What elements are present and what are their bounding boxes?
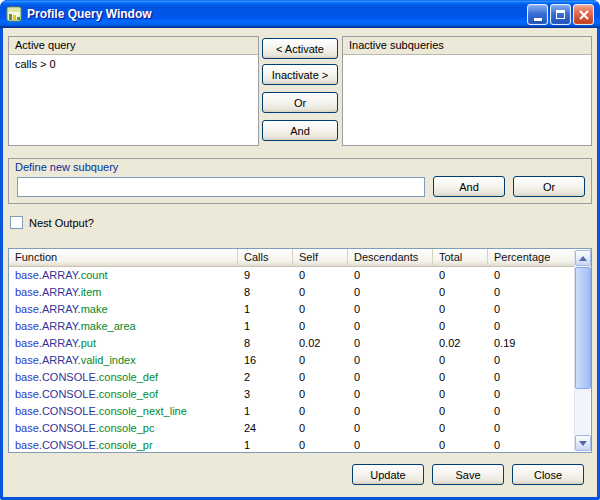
activate-button[interactable]: < Activate bbox=[262, 38, 338, 59]
close-button[interactable] bbox=[573, 4, 594, 25]
value-cell: 0 bbox=[488, 437, 575, 452]
column-header-function[interactable]: Function bbox=[9, 249, 238, 267]
value-cell: 0 bbox=[293, 386, 348, 403]
inactivate-button[interactable]: Inactivate > bbox=[262, 64, 338, 85]
inactive-subqueries-list[interactable] bbox=[343, 54, 591, 145]
function-cell: base.ARRAY.count bbox=[9, 267, 238, 284]
column-header-descendants[interactable]: Descendants bbox=[348, 249, 433, 267]
value-cell: 0 bbox=[348, 318, 433, 335]
subquery-and-button[interactable]: And bbox=[433, 176, 505, 197]
scroll-down-button[interactable] bbox=[575, 435, 591, 451]
and-button[interactable]: And bbox=[262, 120, 338, 141]
table-row[interactable]: base.CONSOLE.console_pc240000 bbox=[9, 420, 575, 437]
close-dialog-button[interactable]: Close bbox=[512, 464, 584, 485]
or-button[interactable]: Or bbox=[262, 92, 338, 113]
minimize-button[interactable] bbox=[527, 4, 548, 25]
value-cell: 0 bbox=[348, 403, 433, 420]
value-cell: 0 bbox=[348, 284, 433, 301]
table-row[interactable]: base.CONSOLE.console_def20000 bbox=[9, 369, 575, 386]
value-cell: 0 bbox=[348, 420, 433, 437]
value-cell: 0 bbox=[433, 318, 488, 335]
value-cell: 8 bbox=[238, 284, 293, 301]
value-cell: 0 bbox=[488, 301, 575, 318]
table-row[interactable]: base.CONSOLE.console_pr10000 bbox=[9, 437, 575, 452]
value-cell: 0 bbox=[293, 369, 348, 386]
value-cell: 0 bbox=[433, 403, 488, 420]
value-cell: 0 bbox=[488, 318, 575, 335]
value-cell: 0 bbox=[433, 267, 488, 284]
value-cell: 0.02 bbox=[293, 335, 348, 352]
value-cell: 24 bbox=[238, 420, 293, 437]
value-cell: 0 bbox=[293, 403, 348, 420]
column-header-total[interactable]: Total bbox=[433, 249, 488, 267]
update-button[interactable]: Update bbox=[352, 464, 424, 485]
value-cell: 0 bbox=[348, 386, 433, 403]
value-cell: 0 bbox=[433, 369, 488, 386]
active-query-item[interactable]: calls > 0 bbox=[15, 58, 56, 70]
function-cell: base.ARRAY.valid_index bbox=[9, 352, 238, 369]
value-cell: 0 bbox=[488, 420, 575, 437]
table-row[interactable]: base.CONSOLE.console_next_line10000 bbox=[9, 403, 575, 420]
window-title: Profile Query Window bbox=[27, 7, 152, 21]
value-cell: 2 bbox=[238, 369, 293, 386]
subquery-input[interactable] bbox=[17, 177, 425, 197]
nest-output-label: Nest Output? bbox=[29, 217, 94, 229]
column-header-self[interactable]: Self bbox=[293, 249, 348, 267]
value-cell: 0 bbox=[293, 318, 348, 335]
value-cell: 8 bbox=[238, 335, 293, 352]
table-row[interactable]: base.ARRAY.put80.0200.020.19 bbox=[9, 335, 575, 352]
function-cell: base.CONSOLE.console_def bbox=[9, 369, 238, 386]
value-cell: 0 bbox=[433, 437, 488, 452]
app-icon bbox=[6, 6, 22, 22]
value-cell: 1 bbox=[238, 437, 293, 452]
define-subquery-group: Define new subquery And Or bbox=[8, 158, 592, 204]
title-bar[interactable]: Profile Query Window bbox=[0, 0, 600, 28]
column-header-calls[interactable]: Calls bbox=[238, 249, 293, 267]
function-cell: base.CONSOLE.console_pc bbox=[9, 420, 238, 437]
inactive-subqueries-label: Inactive subqueries bbox=[343, 37, 591, 53]
function-cell: base.ARRAY.item bbox=[9, 284, 238, 301]
vertical-scrollbar[interactable] bbox=[574, 250, 590, 451]
maximize-button[interactable] bbox=[550, 4, 571, 25]
function-cell: base.ARRAY.put bbox=[9, 335, 238, 352]
value-cell: 1 bbox=[238, 403, 293, 420]
value-cell: 1 bbox=[238, 301, 293, 318]
table-row[interactable]: base.ARRAY.count90000 bbox=[9, 267, 575, 284]
value-cell: 9 bbox=[238, 267, 293, 284]
table-row[interactable]: base.ARRAY.valid_index160000 bbox=[9, 352, 575, 369]
value-cell: 3 bbox=[238, 386, 293, 403]
scrollbar-thumb[interactable] bbox=[575, 267, 591, 389]
table-row[interactable]: base.ARRAY.item80000 bbox=[9, 284, 575, 301]
function-cell: base.ARRAY.make_area bbox=[9, 318, 238, 335]
profile-results-table: FunctionCallsSelfDescendantsTotalPercent… bbox=[8, 248, 592, 453]
value-cell: 0 bbox=[488, 284, 575, 301]
value-cell: 0 bbox=[488, 267, 575, 284]
function-cell: base.CONSOLE.console_pr bbox=[9, 437, 238, 452]
value-cell: 0 bbox=[348, 267, 433, 284]
value-cell: 0.02 bbox=[433, 335, 488, 352]
table-row[interactable]: base.ARRAY.make_area10000 bbox=[9, 318, 575, 335]
minimize-icon bbox=[534, 18, 542, 21]
value-cell: 0 bbox=[293, 301, 348, 318]
value-cell: 0 bbox=[348, 335, 433, 352]
value-cell: 0 bbox=[348, 301, 433, 318]
value-cell: 0 bbox=[348, 369, 433, 386]
active-query-list[interactable]: calls > 0 bbox=[9, 54, 258, 145]
table-row[interactable]: base.CONSOLE.console_eof30000 bbox=[9, 386, 575, 403]
table-row[interactable]: base.ARRAY.make10000 bbox=[9, 301, 575, 318]
value-cell: 0 bbox=[433, 301, 488, 318]
arrow-up-icon bbox=[579, 256, 587, 261]
value-cell: 16 bbox=[238, 352, 293, 369]
value-cell: 0 bbox=[293, 352, 348, 369]
profile-query-window: Profile Query Window Active query calls … bbox=[0, 0, 600, 500]
scroll-up-button[interactable] bbox=[575, 250, 591, 266]
value-cell: 0 bbox=[488, 369, 575, 386]
value-cell: 0 bbox=[433, 386, 488, 403]
value-cell: 0 bbox=[293, 267, 348, 284]
subquery-or-button[interactable]: Or bbox=[513, 176, 585, 197]
value-cell: 0 bbox=[433, 420, 488, 437]
value-cell: 0 bbox=[433, 352, 488, 369]
value-cell: 0 bbox=[348, 437, 433, 452]
save-button[interactable]: Save bbox=[432, 464, 504, 485]
nest-output-checkbox[interactable]: ✓ bbox=[10, 216, 23, 229]
